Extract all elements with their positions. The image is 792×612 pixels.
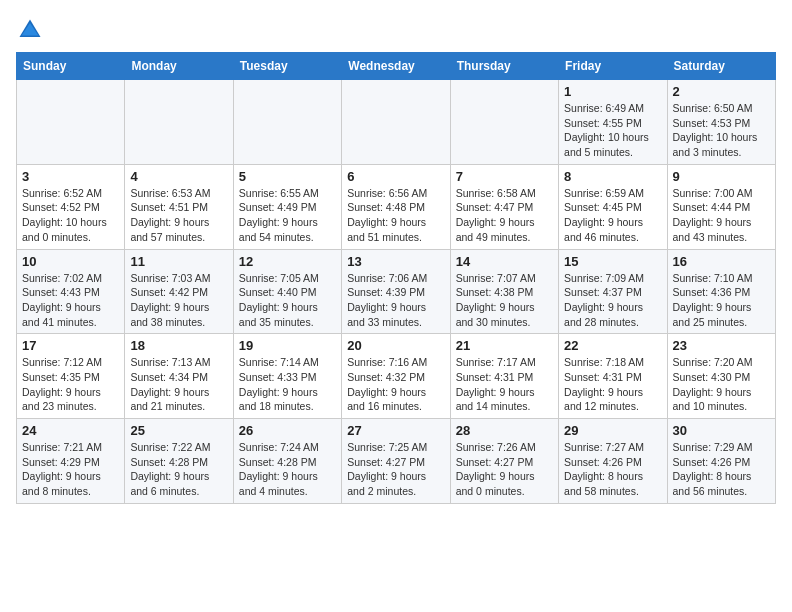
day-cell: 8Sunrise: 6:59 AM Sunset: 4:45 PM Daylig… <box>559 164 667 249</box>
day-number: 10 <box>22 254 119 269</box>
day-info: Sunrise: 7:20 AM Sunset: 4:30 PM Dayligh… <box>673 355 770 414</box>
day-cell <box>125 80 233 165</box>
day-info: Sunrise: 7:02 AM Sunset: 4:43 PM Dayligh… <box>22 271 119 330</box>
day-info: Sunrise: 7:18 AM Sunset: 4:31 PM Dayligh… <box>564 355 661 414</box>
day-number: 17 <box>22 338 119 353</box>
day-cell: 12Sunrise: 7:05 AM Sunset: 4:40 PM Dayli… <box>233 249 341 334</box>
day-cell: 25Sunrise: 7:22 AM Sunset: 4:28 PM Dayli… <box>125 419 233 504</box>
day-number: 18 <box>130 338 227 353</box>
day-cell: 2Sunrise: 6:50 AM Sunset: 4:53 PM Daylig… <box>667 80 775 165</box>
day-info: Sunrise: 7:05 AM Sunset: 4:40 PM Dayligh… <box>239 271 336 330</box>
day-cell: 5Sunrise: 6:55 AM Sunset: 4:49 PM Daylig… <box>233 164 341 249</box>
day-cell: 21Sunrise: 7:17 AM Sunset: 4:31 PM Dayli… <box>450 334 558 419</box>
day-number: 5 <box>239 169 336 184</box>
calendar-table: SundayMondayTuesdayWednesdayThursdayFrid… <box>16 52 776 504</box>
day-info: Sunrise: 7:16 AM Sunset: 4:32 PM Dayligh… <box>347 355 444 414</box>
day-info: Sunrise: 7:00 AM Sunset: 4:44 PM Dayligh… <box>673 186 770 245</box>
day-info: Sunrise: 6:58 AM Sunset: 4:47 PM Dayligh… <box>456 186 553 245</box>
day-cell: 27Sunrise: 7:25 AM Sunset: 4:27 PM Dayli… <box>342 419 450 504</box>
day-cell: 18Sunrise: 7:13 AM Sunset: 4:34 PM Dayli… <box>125 334 233 419</box>
page-header <box>16 16 776 44</box>
day-info: Sunrise: 7:06 AM Sunset: 4:39 PM Dayligh… <box>347 271 444 330</box>
day-number: 9 <box>673 169 770 184</box>
day-number: 29 <box>564 423 661 438</box>
day-number: 14 <box>456 254 553 269</box>
day-number: 11 <box>130 254 227 269</box>
day-info: Sunrise: 7:26 AM Sunset: 4:27 PM Dayligh… <box>456 440 553 499</box>
day-info: Sunrise: 7:03 AM Sunset: 4:42 PM Dayligh… <box>130 271 227 330</box>
weekday-header-sunday: Sunday <box>17 53 125 80</box>
day-info: Sunrise: 7:21 AM Sunset: 4:29 PM Dayligh… <box>22 440 119 499</box>
day-info: Sunrise: 7:22 AM Sunset: 4:28 PM Dayligh… <box>130 440 227 499</box>
day-number: 27 <box>347 423 444 438</box>
day-cell: 1Sunrise: 6:49 AM Sunset: 4:55 PM Daylig… <box>559 80 667 165</box>
day-cell <box>17 80 125 165</box>
day-number: 20 <box>347 338 444 353</box>
weekday-header-thursday: Thursday <box>450 53 558 80</box>
day-cell <box>450 80 558 165</box>
day-cell: 11Sunrise: 7:03 AM Sunset: 4:42 PM Dayli… <box>125 249 233 334</box>
day-info: Sunrise: 7:29 AM Sunset: 4:26 PM Dayligh… <box>673 440 770 499</box>
day-cell: 4Sunrise: 6:53 AM Sunset: 4:51 PM Daylig… <box>125 164 233 249</box>
day-info: Sunrise: 7:13 AM Sunset: 4:34 PM Dayligh… <box>130 355 227 414</box>
day-cell: 9Sunrise: 7:00 AM Sunset: 4:44 PM Daylig… <box>667 164 775 249</box>
week-row-3: 10Sunrise: 7:02 AM Sunset: 4:43 PM Dayli… <box>17 249 776 334</box>
day-cell: 6Sunrise: 6:56 AM Sunset: 4:48 PM Daylig… <box>342 164 450 249</box>
day-cell: 7Sunrise: 6:58 AM Sunset: 4:47 PM Daylig… <box>450 164 558 249</box>
day-number: 3 <box>22 169 119 184</box>
day-info: Sunrise: 7:17 AM Sunset: 4:31 PM Dayligh… <box>456 355 553 414</box>
day-cell: 13Sunrise: 7:06 AM Sunset: 4:39 PM Dayli… <box>342 249 450 334</box>
day-number: 23 <box>673 338 770 353</box>
day-cell: 17Sunrise: 7:12 AM Sunset: 4:35 PM Dayli… <box>17 334 125 419</box>
day-info: Sunrise: 6:52 AM Sunset: 4:52 PM Dayligh… <box>22 186 119 245</box>
day-number: 25 <box>130 423 227 438</box>
day-info: Sunrise: 7:14 AM Sunset: 4:33 PM Dayligh… <box>239 355 336 414</box>
day-info: Sunrise: 7:07 AM Sunset: 4:38 PM Dayligh… <box>456 271 553 330</box>
day-cell: 20Sunrise: 7:16 AM Sunset: 4:32 PM Dayli… <box>342 334 450 419</box>
day-number: 13 <box>347 254 444 269</box>
day-number: 15 <box>564 254 661 269</box>
day-number: 30 <box>673 423 770 438</box>
day-cell: 24Sunrise: 7:21 AM Sunset: 4:29 PM Dayli… <box>17 419 125 504</box>
day-cell <box>342 80 450 165</box>
day-cell: 10Sunrise: 7:02 AM Sunset: 4:43 PM Dayli… <box>17 249 125 334</box>
day-number: 19 <box>239 338 336 353</box>
weekday-header-friday: Friday <box>559 53 667 80</box>
day-info: Sunrise: 6:49 AM Sunset: 4:55 PM Dayligh… <box>564 101 661 160</box>
day-number: 21 <box>456 338 553 353</box>
day-info: Sunrise: 6:55 AM Sunset: 4:49 PM Dayligh… <box>239 186 336 245</box>
day-number: 22 <box>564 338 661 353</box>
day-cell: 26Sunrise: 7:24 AM Sunset: 4:28 PM Dayli… <box>233 419 341 504</box>
day-cell: 30Sunrise: 7:29 AM Sunset: 4:26 PM Dayli… <box>667 419 775 504</box>
day-number: 28 <box>456 423 553 438</box>
weekday-header-wednesday: Wednesday <box>342 53 450 80</box>
week-row-5: 24Sunrise: 7:21 AM Sunset: 4:29 PM Dayli… <box>17 419 776 504</box>
logo-icon <box>16 16 44 44</box>
day-cell: 19Sunrise: 7:14 AM Sunset: 4:33 PM Dayli… <box>233 334 341 419</box>
day-info: Sunrise: 7:10 AM Sunset: 4:36 PM Dayligh… <box>673 271 770 330</box>
day-number: 26 <box>239 423 336 438</box>
week-row-2: 3Sunrise: 6:52 AM Sunset: 4:52 PM Daylig… <box>17 164 776 249</box>
day-number: 16 <box>673 254 770 269</box>
day-info: Sunrise: 7:25 AM Sunset: 4:27 PM Dayligh… <box>347 440 444 499</box>
day-number: 2 <box>673 84 770 99</box>
day-info: Sunrise: 6:59 AM Sunset: 4:45 PM Dayligh… <box>564 186 661 245</box>
day-cell: 14Sunrise: 7:07 AM Sunset: 4:38 PM Dayli… <box>450 249 558 334</box>
day-number: 1 <box>564 84 661 99</box>
weekday-header-monday: Monday <box>125 53 233 80</box>
weekday-header-row: SundayMondayTuesdayWednesdayThursdayFrid… <box>17 53 776 80</box>
logo <box>16 16 48 44</box>
day-cell: 15Sunrise: 7:09 AM Sunset: 4:37 PM Dayli… <box>559 249 667 334</box>
day-cell: 22Sunrise: 7:18 AM Sunset: 4:31 PM Dayli… <box>559 334 667 419</box>
day-number: 4 <box>130 169 227 184</box>
day-number: 6 <box>347 169 444 184</box>
day-cell: 28Sunrise: 7:26 AM Sunset: 4:27 PM Dayli… <box>450 419 558 504</box>
week-row-4: 17Sunrise: 7:12 AM Sunset: 4:35 PM Dayli… <box>17 334 776 419</box>
day-cell: 23Sunrise: 7:20 AM Sunset: 4:30 PM Dayli… <box>667 334 775 419</box>
weekday-header-tuesday: Tuesday <box>233 53 341 80</box>
day-number: 7 <box>456 169 553 184</box>
day-info: Sunrise: 6:56 AM Sunset: 4:48 PM Dayligh… <box>347 186 444 245</box>
day-info: Sunrise: 7:12 AM Sunset: 4:35 PM Dayligh… <box>22 355 119 414</box>
week-row-1: 1Sunrise: 6:49 AM Sunset: 4:55 PM Daylig… <box>17 80 776 165</box>
day-number: 24 <box>22 423 119 438</box>
